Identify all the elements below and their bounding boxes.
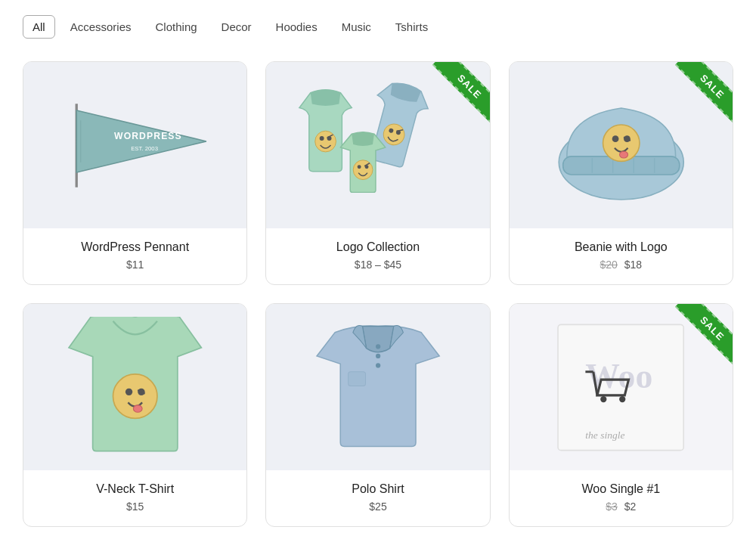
svg-point-32 bbox=[133, 404, 142, 411]
product-image-woo-single: SALE Woo the single bbox=[510, 304, 733, 470]
filter-accessories[interactable]: Accessories bbox=[61, 16, 141, 38]
svg-text:the single: the single bbox=[586, 429, 625, 441]
product-name: WordPress Pennant bbox=[33, 240, 237, 254]
product-name: Logo Collection bbox=[275, 240, 480, 254]
product-info-wordpress-pennant: WordPress Pennant $11 bbox=[23, 228, 246, 284]
filter-hoodies[interactable]: Hoodies bbox=[267, 16, 327, 38]
product-card-beanie-with-logo[interactable]: SALE bbox=[509, 61, 733, 285]
svg-rect-36 bbox=[349, 371, 366, 386]
product-image-vneck-tshirt bbox=[23, 304, 246, 470]
product-card-polo-shirt[interactable]: Polo Shirt $25 bbox=[265, 303, 490, 527]
product-name: Polo Shirt bbox=[275, 482, 480, 496]
filter-decor[interactable]: Decor bbox=[212, 16, 261, 38]
svg-text:EST. 2003: EST. 2003 bbox=[131, 145, 158, 152]
product-image-wordpress-pennant: WORDPRESS EST. 2003 bbox=[23, 62, 246, 228]
product-price: $3 $2 bbox=[519, 500, 723, 513]
svg-point-33 bbox=[376, 344, 380, 349]
svg-point-24 bbox=[612, 135, 618, 142]
filter-clothing[interactable]: Clothing bbox=[147, 16, 206, 38]
product-name: Woo Single #1 bbox=[519, 482, 723, 496]
filter-bar: All Accessories Clothing Decor Hoodies M… bbox=[23, 15, 733, 39]
product-name: Beanie with Logo bbox=[519, 240, 723, 254]
product-card-logo-collection[interactable]: SALE bbox=[265, 61, 490, 285]
product-grid: WORDPRESS EST. 2003 WordPress Pennant $1… bbox=[23, 61, 733, 527]
svg-point-10 bbox=[320, 136, 324, 141]
svg-point-35 bbox=[376, 363, 380, 367]
product-price: $18 – $45 bbox=[275, 259, 480, 271]
svg-point-9 bbox=[315, 131, 336, 152]
svg-point-41 bbox=[600, 395, 606, 401]
svg-point-14 bbox=[358, 165, 361, 169]
svg-point-34 bbox=[376, 353, 380, 358]
svg-point-13 bbox=[353, 160, 373, 180]
product-image-beanie-with-logo: SALE bbox=[510, 62, 733, 228]
product-info-beanie-with-logo: Beanie with Logo $20 $18 bbox=[510, 228, 733, 284]
product-info-woo-single: Woo Single #1 $3 $2 bbox=[510, 470, 733, 526]
product-price: $20 $18 bbox=[519, 259, 723, 271]
filter-music[interactable]: Music bbox=[333, 16, 380, 38]
svg-point-42 bbox=[619, 395, 625, 401]
page-wrapper: All Accessories Clothing Decor Hoodies M… bbox=[0, 0, 756, 533]
product-info-vneck-tshirt: V-Neck T-Shirt $15 bbox=[23, 470, 246, 526]
product-price: $25 bbox=[275, 500, 480, 513]
product-card-wordpress-pennant[interactable]: WORDPRESS EST. 2003 WordPress Pennant $1… bbox=[23, 61, 247, 285]
product-price: $11 bbox=[33, 259, 237, 271]
product-card-woo-single[interactable]: SALE Woo the single bbox=[509, 303, 733, 527]
product-card-vneck-tshirt[interactable]: V-Neck T-Shirt $15 bbox=[23, 303, 247, 527]
svg-point-27 bbox=[619, 151, 627, 158]
product-image-polo-shirt bbox=[266, 304, 489, 470]
product-price: $15 bbox=[33, 500, 237, 513]
filter-all[interactable]: All bbox=[23, 15, 55, 39]
filter-tshirts[interactable]: Tshirts bbox=[386, 16, 437, 38]
svg-point-29 bbox=[125, 388, 132, 395]
svg-text:WORDPRESS: WORDPRESS bbox=[114, 130, 182, 141]
product-name: V-Neck T-Shirt bbox=[33, 482, 237, 496]
product-info-polo-shirt: Polo Shirt $25 bbox=[266, 470, 489, 526]
svg-marker-1 bbox=[76, 110, 206, 172]
product-info-logo-collection: Logo Collection $18 – $45 bbox=[266, 228, 489, 284]
product-image-logo-collection: SALE bbox=[266, 62, 489, 228]
